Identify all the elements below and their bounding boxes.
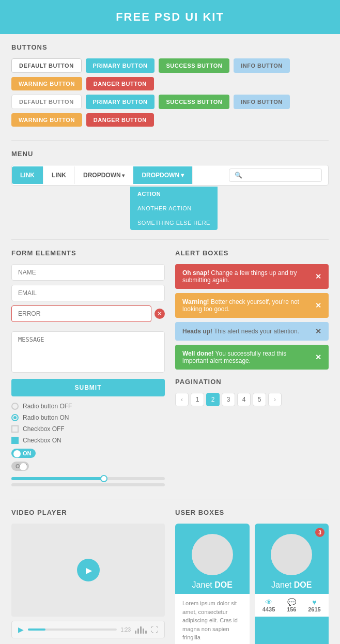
dropdown-item-something[interactable]: SOMETHING ELSE HERE xyxy=(130,216,218,230)
user-box-1-name: Janet DOE xyxy=(175,580,250,590)
info-button-1[interactable]: INFO BUTTON xyxy=(234,58,289,73)
avatar-2 xyxy=(271,534,312,575)
page-2[interactable]: 2 xyxy=(206,393,220,406)
page-1[interactable]: 1 xyxy=(191,393,204,406)
radio-on-circle[interactable] xyxy=(11,414,19,421)
default-button-1[interactable]: DEFAULT BUTTON xyxy=(11,58,82,73)
comments-icon: 💬 xyxy=(287,598,296,606)
error-input-wrapper: ✕ xyxy=(11,305,165,322)
success-button-2[interactable]: SUCCESS BUTTON xyxy=(159,95,229,109)
user-boxes-section-title: USER BOXES xyxy=(175,509,329,516)
video-play-small[interactable]: ▶ xyxy=(18,625,24,634)
checkbox-on-label: Checkbox ON xyxy=(23,437,61,444)
menu-item-link-1[interactable]: LINK xyxy=(12,166,43,184)
checkbox-off-item: Checkbox OFF xyxy=(11,425,165,433)
alert-danger-close[interactable]: ✕ xyxy=(315,272,321,281)
checkbox-on-item: Checkbox ON xyxy=(11,437,165,444)
error-input[interactable] xyxy=(11,305,151,322)
stat-likes: ♥ 2615 xyxy=(308,598,320,612)
dropdown-menu: ACTION ANOTHER ACTION SOMETHING ELSE HER… xyxy=(130,187,218,230)
bar-5 xyxy=(145,631,147,634)
toggle-on[interactable]: ON xyxy=(11,449,36,458)
toggle-off[interactable]: OFF xyxy=(11,462,29,471)
danger-button-1[interactable]: DANGER BUTTON xyxy=(86,77,154,90)
bar-2 xyxy=(137,628,139,634)
menu-section-title: MENU xyxy=(11,150,329,158)
alert-danger: Oh snap! Change a few things up and try … xyxy=(175,264,329,289)
submit-button[interactable]: SUBMIT xyxy=(11,379,165,396)
buttons-section-title: BUTTONS xyxy=(11,43,329,51)
video-progress[interactable] xyxy=(28,628,117,631)
button-row-2: DEFAULT BUTTON PRIMARY BUTTON SUCCESS BU… xyxy=(11,95,329,127)
info-button-2[interactable]: INFO BUTTON xyxy=(234,95,289,109)
user-box-2: 3 Janet DOE 👁 4435 💬 156 xyxy=(255,524,329,644)
slider-2[interactable] xyxy=(11,483,165,486)
alert-info-text: Heads up! This alert needs your attentio… xyxy=(182,328,299,335)
default-button-2[interactable]: DEFAULT BUTTON xyxy=(11,95,82,109)
menu-item-link-2[interactable]: LINK xyxy=(43,166,75,184)
slider-thumb-1[interactable] xyxy=(100,475,107,482)
primary-button-1[interactable]: PRIMARY BUTTON xyxy=(86,58,155,73)
video-bars xyxy=(135,625,147,634)
primary-button-2[interactable]: PRIMARY BUTTON xyxy=(86,95,155,109)
menu-item-dropdown-2[interactable]: DROPDOWN ▾ xyxy=(133,166,193,184)
menu-section: MENU LINK LINK DROPDOWN DROPDOWN ▾ ACTIO… xyxy=(0,141,340,239)
slider-1[interactable] xyxy=(11,477,165,480)
user-box-2-lastname: DOE xyxy=(294,580,312,589)
avatar-1 xyxy=(192,534,233,575)
bar-3 xyxy=(140,626,142,634)
slider-fill-1 xyxy=(11,477,103,480)
alert-warning-text: Warning! Better check yourself, you're n… xyxy=(182,298,310,313)
comments-count: 156 xyxy=(287,606,296,612)
message-textarea[interactable] xyxy=(11,331,165,373)
menu-item-dropdown-1[interactable]: DROPDOWN xyxy=(75,166,133,184)
form-controls: Radio button OFF Radio button ON Checkbo… xyxy=(11,403,165,486)
page-next[interactable]: › xyxy=(268,393,282,406)
notification-badge: 3 xyxy=(315,528,324,537)
likes-icon: ♥ xyxy=(308,598,320,606)
form-section-title: FORM ELEMENTS xyxy=(11,249,165,257)
success-button-1[interactable]: SUCCESS BUTTON xyxy=(159,58,229,73)
radio-on-item: Radio button ON xyxy=(11,414,165,421)
dropdown-item-action[interactable]: ACTION xyxy=(130,187,218,201)
checkbox-off-label: Checkbox OFF xyxy=(23,425,65,433)
play-button[interactable] xyxy=(77,559,100,581)
alert-danger-text: Oh snap! Change a few things up and try … xyxy=(182,269,310,284)
name-input[interactable] xyxy=(11,264,165,281)
fullscreen-icon[interactable]: ⛶ xyxy=(151,625,158,634)
toggle-off-wrapper: OFF xyxy=(11,461,165,474)
alert-warning-bold: Warning! xyxy=(182,298,209,305)
page-4[interactable]: 4 xyxy=(237,393,251,406)
video-controls: ▶ 1:23 ⛶ xyxy=(11,621,165,638)
warning-button-2[interactable]: WARNING BUTTON xyxy=(11,113,82,127)
user-box-1-lastname: DOE xyxy=(214,580,233,589)
radio-off-circle[interactable] xyxy=(11,403,19,410)
search-input[interactable] xyxy=(229,168,322,182)
form-elements-col: FORM ELEMENTS ✕ SUBMIT Radio button OFF … xyxy=(11,249,165,489)
user-box-1-bio: Lorem ipsum dolor sit amet, consectetur … xyxy=(175,594,250,644)
toggle-on-wrapper: ON xyxy=(11,448,165,461)
alert-warning-close[interactable]: ✕ xyxy=(315,301,321,310)
page-3[interactable]: 3 xyxy=(222,393,235,406)
page-5[interactable]: 5 xyxy=(253,393,266,406)
video-player xyxy=(11,524,165,617)
pagination: ‹ 1 2 3 4 5 › xyxy=(175,393,329,406)
stat-views: 👁 4435 xyxy=(262,598,275,612)
alert-info-close[interactable]: ✕ xyxy=(315,327,321,335)
pagination-section-title: PAGINATION xyxy=(175,378,329,386)
form-alert-section: FORM ELEMENTS ✕ SUBMIT Radio button OFF … xyxy=(0,240,340,499)
video-player-col: VIDEO PLAYER ▶ 1:23 ⛶ xyxy=(11,509,165,644)
alert-success-close[interactable]: ✕ xyxy=(315,353,321,361)
alert-info-bold: Heads up! xyxy=(182,328,212,335)
page-prev[interactable]: ‹ xyxy=(175,393,189,406)
video-user-section: VIDEO PLAYER ▶ 1:23 ⛶ USER BOXES xyxy=(0,499,340,644)
dropdown-item-another[interactable]: ANOTHER ACTION xyxy=(130,201,218,216)
checkbox-on-sq[interactable] xyxy=(11,437,19,444)
checkbox-off-sq[interactable] xyxy=(11,425,19,433)
warning-button-1[interactable]: WARNING BUTTON xyxy=(11,77,82,90)
danger-button-2[interactable]: DANGER BUTTON xyxy=(86,113,154,127)
video-progress-fill xyxy=(28,628,45,631)
email-input[interactable] xyxy=(11,285,165,301)
radio-off-label: Radio button OFF xyxy=(23,403,72,410)
user-boxes-col: USER BOXES Janet DOE Lorem ipsum dolor s… xyxy=(175,509,329,644)
